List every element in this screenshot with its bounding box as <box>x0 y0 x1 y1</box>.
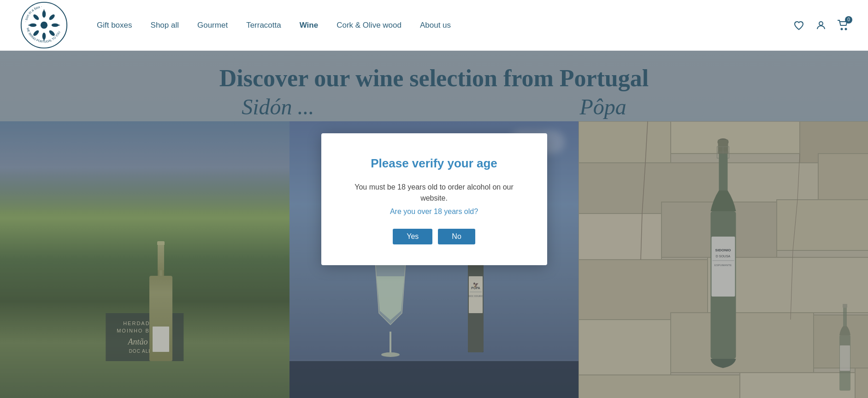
age-verification-modal: Please verify your age You must be 18 ye… <box>321 133 547 265</box>
cart-icon[interactable]: 0 <box>837 19 850 32</box>
modal-question: Are you over 18 years old? <box>344 208 524 216</box>
modal-buttons: Yes No <box>344 229 524 244</box>
account-icon[interactable] <box>815 19 827 32</box>
nav-gift-boxes[interactable]: Gift boxes <box>97 21 132 30</box>
nav-cork-olive[interactable]: Cork & Olive wood <box>337 21 402 30</box>
svg-point-4 <box>30 24 36 27</box>
modal-title: Please verify your age <box>344 156 524 171</box>
nav-terracotta[interactable]: Terracotta <box>246 21 281 30</box>
svg-point-2 <box>42 11 46 18</box>
logo[interactable]: · sun in a box · WE BRING PORTUGAL TO YO… <box>18 0 69 51</box>
nav-about-us[interactable]: About us <box>420 21 451 30</box>
header-icons: 0 <box>792 19 850 32</box>
nav-wine[interactable]: Wine <box>300 21 318 30</box>
wishlist-icon[interactable] <box>792 19 805 32</box>
age-yes-button[interactable]: Yes <box>393 229 432 244</box>
svg-point-16 <box>819 22 823 25</box>
svg-point-7 <box>48 13 55 21</box>
nav-gourmet[interactable]: Gourmet <box>197 21 228 30</box>
svg-point-18 <box>845 28 847 30</box>
svg-point-3 <box>42 33 46 40</box>
modal-body-text: You must be 18 years old to order alcoho… <box>344 182 524 204</box>
header: · sun in a box · WE BRING PORTUGAL TO YO… <box>0 0 868 51</box>
svg-point-5 <box>51 24 58 27</box>
modal-overlay: Please verify your age You must be 18 ye… <box>0 51 868 398</box>
svg-point-6 <box>32 13 40 21</box>
cart-count: 0 <box>845 16 852 24</box>
main-nav: Gift boxes Shop all Gourmet Terracotta W… <box>97 21 792 30</box>
age-no-button[interactable]: No <box>438 229 475 244</box>
svg-text:· sun in a box ·: · sun in a box · <box>23 5 42 23</box>
main-content: Discover our wine selection from Portuga… <box>0 51 868 398</box>
svg-point-1 <box>40 22 47 29</box>
nav-shop-all[interactable]: Shop all <box>151 21 179 30</box>
svg-point-17 <box>841 28 843 30</box>
